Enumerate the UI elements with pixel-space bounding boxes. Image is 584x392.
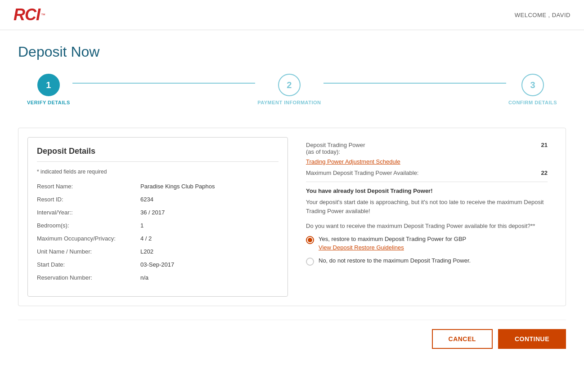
step-1: 1 VERIFY DETAILS	[27, 74, 70, 105]
main-content: Deposit Now 1 VERIFY DETAILS 2 PAYMENT I…	[0, 30, 584, 371]
step-1-label: VERIFY DETAILS	[27, 100, 70, 105]
radio-option-no[interactable]: No, do not restore to the maximum Deposi…	[306, 257, 548, 266]
welcome-message: WELCOME , DAVID	[515, 12, 571, 18]
step-1-circle: 1	[37, 74, 60, 96]
detail-label-reservation-number: Reservation Number:	[37, 274, 140, 281]
detail-reservation-number: Reservation Number: n/a	[37, 274, 279, 281]
tp-max-value: 22	[541, 169, 548, 176]
card-area: Deposit Details * indicated fields are r…	[18, 128, 566, 306]
detail-max-occupancy: Maximum Occupancy/Privacy: 4 / 2	[37, 235, 279, 242]
detail-value-reservation-number: n/a	[140, 274, 148, 281]
step-3-circle: 3	[521, 74, 544, 96]
detail-label-bedrooms: Bedroom(s):	[37, 222, 140, 229]
required-note: * indicated fields are required	[37, 169, 279, 175]
step-2-circle: 2	[278, 74, 301, 96]
tp-question: Do you want to receive the maximum Depos…	[306, 223, 548, 229]
detail-label-interval-year: Interval/Year::	[37, 209, 140, 216]
detail-label-max-occupancy: Maximum Occupancy/Privacy:	[37, 235, 140, 242]
step-line-2	[323, 83, 506, 84]
detail-value-start-date: 03-Sep-2017	[140, 261, 174, 268]
logo-text: RCI	[13, 5, 40, 24]
stepper: 1 VERIFY DETAILS 2 PAYMENT INFORMATION 3…	[18, 74, 566, 105]
tp-warning-text: Your deposit's start date is approaching…	[306, 198, 548, 215]
detail-value-bedrooms: 1	[140, 222, 144, 229]
detail-value-resort-id: 6234	[140, 196, 153, 203]
radio-no-content: No, do not restore to the maximum Deposi…	[319, 257, 471, 264]
detail-label-resort-id: Resort ID:	[37, 196, 140, 203]
trading-power-panel: Deposit Trading Power(as of today): 21 T…	[297, 137, 557, 297]
detail-label-resort-name: Resort Name:	[37, 183, 140, 190]
radio-yes-btn[interactable]	[306, 236, 314, 244]
radio-option-yes[interactable]: Yes, restore to maximum Deposit Trading …	[306, 236, 548, 251]
detail-start-date: Start Date: 03-Sep-2017	[37, 261, 279, 268]
tp-max-row: Maximum Deposit Trading Power Available:…	[306, 169, 548, 176]
detail-value-interval-year: 36 / 2017	[140, 209, 165, 216]
step-3-label: CONFIRM DETAILS	[508, 100, 557, 105]
cancel-button[interactable]: CANCEL	[432, 329, 493, 349]
trading-power-adjustment-link[interactable]: Trading Power Adjustment Schedule	[306, 158, 400, 165]
tp-divider	[306, 182, 548, 182]
step-2-label: PAYMENT INFORMATION	[257, 100, 321, 105]
detail-unit-name: Unit Name / Number: L202	[37, 248, 279, 255]
tp-warning-title: You have already lost Deposit Trading Po…	[306, 187, 548, 194]
header: RCI™ WELCOME , DAVID	[0, 0, 584, 30]
detail-label-unit-name: Unit Name / Number:	[37, 248, 140, 255]
radio-yes-content: Yes, restore to maximum Deposit Trading …	[319, 236, 466, 251]
detail-value-resort-name: Paradise Kings Club Paphos	[140, 183, 215, 190]
deposit-details-title: Deposit Details	[37, 147, 279, 162]
step-3: 3 CONFIRM DETAILS	[508, 74, 557, 105]
continue-button[interactable]: CONTINUE	[498, 329, 566, 349]
logo-tm: ™	[41, 13, 45, 18]
view-deposit-restore-link[interactable]: View Deposit Restore Guidelines	[319, 244, 466, 251]
step-line-1	[72, 83, 255, 84]
radio-no-label: No, do not restore to the maximum Deposi…	[319, 257, 471, 264]
logo: RCI™	[13, 5, 45, 24]
tp-deposit-row: Deposit Trading Power(as of today): 21	[306, 142, 548, 155]
tp-deposit-value: 21	[541, 142, 548, 148]
detail-resort-id: Resort ID: 6234	[37, 196, 279, 203]
card-inner: Deposit Details * indicated fields are r…	[27, 137, 557, 297]
detail-value-unit-name: L202	[140, 248, 153, 255]
detail-resort-name: Resort Name: Paradise Kings Club Paphos	[37, 183, 279, 190]
detail-interval-year: Interval/Year:: 36 / 2017	[37, 209, 279, 216]
detail-bedrooms: Bedroom(s): 1	[37, 222, 279, 229]
deposit-details-panel: Deposit Details * indicated fields are r…	[27, 137, 288, 297]
tp-max-label: Maximum Deposit Trading Power Available:	[306, 169, 419, 176]
detail-label-start-date: Start Date:	[37, 261, 140, 268]
step-2: 2 PAYMENT INFORMATION	[257, 74, 321, 105]
radio-yes-label: Yes, restore to maximum Deposit Trading …	[319, 236, 466, 242]
page-title: Deposit Now	[18, 44, 566, 60]
radio-no-btn[interactable]	[306, 258, 314, 266]
tp-deposit-label: Deposit Trading Power(as of today):	[306, 142, 365, 155]
detail-value-max-occupancy: 4 / 2	[140, 235, 152, 242]
footer-buttons: CANCEL CONTINUE	[18, 320, 566, 358]
